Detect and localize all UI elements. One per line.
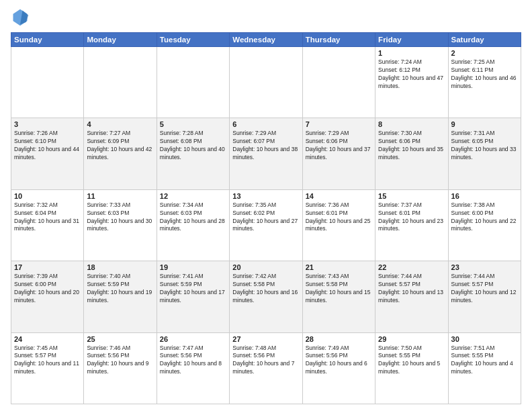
day-number: 14	[306, 192, 372, 200]
day-info: Sunrise: 7:34 AM Sunset: 6:03 PM Dayligh…	[160, 201, 226, 234]
day-number: 19	[160, 263, 226, 271]
day-cell	[230, 47, 302, 118]
day-cell: 5Sunrise: 7:28 AM Sunset: 6:08 PM Daylig…	[157, 118, 229, 189]
day-number: 12	[160, 192, 226, 200]
day-cell: 8Sunrise: 7:30 AM Sunset: 6:06 PM Daylig…	[375, 118, 448, 189]
day-cell: 3Sunrise: 7:26 AM Sunset: 6:10 PM Daylig…	[11, 118, 84, 189]
day-number: 8	[378, 120, 445, 128]
day-info: Sunrise: 7:43 AM Sunset: 5:58 PM Dayligh…	[306, 273, 372, 305]
weekday-header-sunday: Sunday	[11, 33, 84, 47]
header	[11, 8, 521, 27]
day-info: Sunrise: 7:33 AM Sunset: 6:03 PM Dayligh…	[87, 201, 153, 234]
day-info: Sunrise: 7:29 AM Sunset: 6:06 PM Dayligh…	[306, 130, 372, 162]
day-info: Sunrise: 7:46 AM Sunset: 5:56 PM Dayligh…	[87, 345, 153, 377]
day-number: 7	[306, 120, 372, 128]
day-cell: 19Sunrise: 7:41 AM Sunset: 5:59 PM Dayli…	[157, 261, 229, 332]
day-number: 4	[87, 120, 153, 128]
day-cell	[302, 47, 375, 118]
day-cell: 12Sunrise: 7:34 AM Sunset: 6:03 PM Dayli…	[157, 189, 229, 261]
day-cell: 29Sunrise: 7:50 AM Sunset: 5:55 PM Dayli…	[375, 332, 448, 404]
day-cell	[11, 47, 84, 118]
day-info: Sunrise: 7:32 AM Sunset: 6:04 PM Dayligh…	[14, 201, 81, 234]
day-info: Sunrise: 7:51 AM Sunset: 5:55 PM Dayligh…	[451, 345, 518, 377]
weekday-header-monday: Monday	[84, 33, 157, 47]
day-cell: 9Sunrise: 7:31 AM Sunset: 6:05 PM Daylig…	[448, 118, 521, 189]
day-cell: 20Sunrise: 7:42 AM Sunset: 5:58 PM Dayli…	[230, 261, 302, 332]
day-info: Sunrise: 7:35 AM Sunset: 6:02 PM Dayligh…	[232, 201, 299, 234]
day-cell: 7Sunrise: 7:29 AM Sunset: 6:06 PM Daylig…	[302, 118, 375, 189]
day-info: Sunrise: 7:25 AM Sunset: 6:11 PM Dayligh…	[451, 58, 518, 91]
day-info: Sunrise: 7:49 AM Sunset: 5:56 PM Dayligh…	[306, 345, 372, 377]
day-number: 5	[160, 120, 226, 128]
day-cell: 16Sunrise: 7:38 AM Sunset: 6:00 PM Dayli…	[448, 189, 521, 261]
weekday-header-wednesday: Wednesday	[230, 33, 302, 47]
day-info: Sunrise: 7:24 AM Sunset: 6:12 PM Dayligh…	[378, 58, 445, 91]
day-number: 25	[87, 335, 153, 343]
day-cell: 18Sunrise: 7:40 AM Sunset: 5:59 PM Dayli…	[84, 261, 157, 332]
day-info: Sunrise: 7:50 AM Sunset: 5:55 PM Dayligh…	[378, 345, 445, 377]
day-cell	[84, 47, 157, 118]
weekday-header-thursday: Thursday	[302, 33, 375, 47]
day-cell: 24Sunrise: 7:45 AM Sunset: 5:57 PM Dayli…	[11, 332, 84, 404]
weekday-header-row: SundayMondayTuesdayWednesdayThursdayFrid…	[11, 33, 521, 47]
day-number: 13	[232, 192, 299, 200]
day-info: Sunrise: 7:30 AM Sunset: 6:06 PM Dayligh…	[378, 130, 445, 162]
day-info: Sunrise: 7:31 AM Sunset: 6:05 PM Dayligh…	[451, 130, 518, 162]
day-cell: 15Sunrise: 7:37 AM Sunset: 6:01 PM Dayli…	[375, 189, 448, 261]
day-info: Sunrise: 7:48 AM Sunset: 5:56 PM Dayligh…	[232, 345, 299, 377]
day-info: Sunrise: 7:28 AM Sunset: 6:08 PM Dayligh…	[160, 130, 226, 162]
day-number: 3	[14, 120, 81, 128]
day-cell: 26Sunrise: 7:47 AM Sunset: 5:56 PM Dayli…	[157, 332, 229, 404]
day-number: 22	[378, 263, 445, 271]
weekday-header-saturday: Saturday	[448, 33, 521, 47]
day-info: Sunrise: 7:29 AM Sunset: 6:07 PM Dayligh…	[232, 130, 299, 162]
day-cell: 27Sunrise: 7:48 AM Sunset: 5:56 PM Dayli…	[230, 332, 302, 404]
day-cell: 17Sunrise: 7:39 AM Sunset: 6:00 PM Dayli…	[11, 261, 84, 332]
day-cell: 2Sunrise: 7:25 AM Sunset: 6:11 PM Daylig…	[448, 47, 521, 118]
day-cell: 23Sunrise: 7:44 AM Sunset: 5:57 PM Dayli…	[448, 261, 521, 332]
day-number: 20	[232, 263, 299, 271]
day-info: Sunrise: 7:42 AM Sunset: 5:58 PM Dayligh…	[232, 273, 299, 305]
day-info: Sunrise: 7:26 AM Sunset: 6:10 PM Dayligh…	[14, 130, 81, 162]
day-number: 26	[160, 335, 226, 343]
logo-icon	[11, 8, 30, 27]
day-cell: 28Sunrise: 7:49 AM Sunset: 5:56 PM Dayli…	[302, 332, 375, 404]
day-cell: 10Sunrise: 7:32 AM Sunset: 6:04 PM Dayli…	[11, 189, 84, 261]
day-number: 10	[14, 192, 81, 200]
day-info: Sunrise: 7:27 AM Sunset: 6:09 PM Dayligh…	[87, 130, 153, 162]
day-cell: 1Sunrise: 7:24 AM Sunset: 6:12 PM Daylig…	[375, 47, 448, 118]
day-info: Sunrise: 7:37 AM Sunset: 6:01 PM Dayligh…	[378, 201, 445, 234]
day-number: 6	[232, 120, 299, 128]
day-number: 18	[87, 263, 153, 271]
week-row-5: 24Sunrise: 7:45 AM Sunset: 5:57 PM Dayli…	[11, 332, 521, 404]
day-cell: 4Sunrise: 7:27 AM Sunset: 6:09 PM Daylig…	[84, 118, 157, 189]
page: SundayMondayTuesdayWednesdayThursdayFrid…	[0, 0, 532, 411]
day-cell: 30Sunrise: 7:51 AM Sunset: 5:55 PM Dayli…	[448, 332, 521, 404]
day-info: Sunrise: 7:38 AM Sunset: 6:00 PM Dayligh…	[451, 201, 518, 234]
day-cell: 25Sunrise: 7:46 AM Sunset: 5:56 PM Dayli…	[84, 332, 157, 404]
day-cell: 14Sunrise: 7:36 AM Sunset: 6:01 PM Dayli…	[302, 189, 375, 261]
day-cell: 13Sunrise: 7:35 AM Sunset: 6:02 PM Dayli…	[230, 189, 302, 261]
day-number: 24	[14, 335, 81, 343]
week-row-1: 1Sunrise: 7:24 AM Sunset: 6:12 PM Daylig…	[11, 47, 521, 118]
weekday-header-friday: Friday	[375, 33, 448, 47]
day-number: 30	[451, 335, 518, 343]
day-cell: 21Sunrise: 7:43 AM Sunset: 5:58 PM Dayli…	[302, 261, 375, 332]
day-cell: 22Sunrise: 7:44 AM Sunset: 5:57 PM Dayli…	[375, 261, 448, 332]
day-number: 28	[306, 335, 372, 343]
week-row-2: 3Sunrise: 7:26 AM Sunset: 6:10 PM Daylig…	[11, 118, 521, 189]
calendar-table: SundayMondayTuesdayWednesdayThursdayFrid…	[11, 32, 521, 404]
day-number: 15	[378, 192, 445, 200]
day-info: Sunrise: 7:47 AM Sunset: 5:56 PM Dayligh…	[160, 345, 226, 377]
day-cell: 6Sunrise: 7:29 AM Sunset: 6:07 PM Daylig…	[230, 118, 302, 189]
week-row-3: 10Sunrise: 7:32 AM Sunset: 6:04 PM Dayli…	[11, 189, 521, 261]
day-number: 23	[451, 263, 518, 271]
day-number: 16	[451, 192, 518, 200]
day-info: Sunrise: 7:44 AM Sunset: 5:57 PM Dayligh…	[451, 273, 518, 305]
day-info: Sunrise: 7:36 AM Sunset: 6:01 PM Dayligh…	[306, 201, 372, 234]
day-number: 21	[306, 263, 372, 271]
logo	[11, 8, 32, 27]
week-row-4: 17Sunrise: 7:39 AM Sunset: 6:00 PM Dayli…	[11, 261, 521, 332]
day-info: Sunrise: 7:44 AM Sunset: 5:57 PM Dayligh…	[378, 273, 445, 305]
day-info: Sunrise: 7:45 AM Sunset: 5:57 PM Dayligh…	[14, 345, 81, 377]
